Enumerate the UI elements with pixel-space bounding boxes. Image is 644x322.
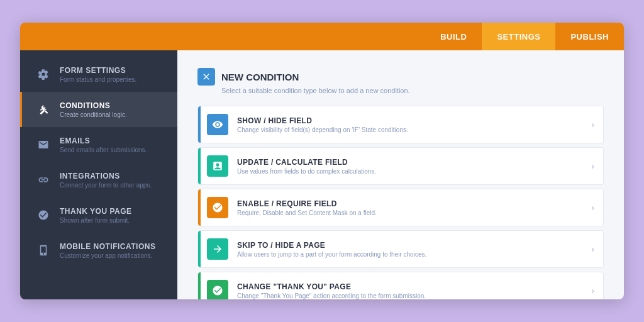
thank-you-card-title: CHANGE "THANK YOU" PAGE [237,282,586,291]
show-hide-card-text: SHOW / HIDE FIELD Change visibility of f… [237,116,586,133]
sidebar-item-emails-text: EMAILS Send emails after submissions. [60,136,147,153]
card-border-skip-hide [198,231,201,267]
card-border-show-hide [198,106,201,143]
sidebar-item-integrations-text: INTEGRATIONS Connect your form to other … [60,172,152,189]
sidebar-item-thank-you-title: THANK YOU PAGE [60,207,132,216]
tools-icon [35,101,52,118]
sidebar-item-form-settings-title: FORM SETTINGS [60,66,136,75]
update-calculate-arrow-icon: › [591,161,594,171]
tab-publish[interactable]: PUBLISH [555,23,624,50]
tab-build[interactable]: BUILD [425,23,482,50]
sidebar-item-thank-you-text: THANK YOU PAGE Shown after form submit. [60,207,132,224]
show-hide-card-title: SHOW / HIDE FIELD [237,116,586,125]
enable-require-card-desc: Require, Disable and Set Content Mask on… [237,209,586,216]
sidebar-item-conditions-title: CONDITIONS [60,101,127,110]
sidebar-item-conditions-subtitle: Create conditional logic. [60,111,127,118]
sidebar-item-form-settings[interactable]: FORM SETTINGS Form status and properties… [20,57,177,92]
condition-list: SHOW / HIDE FIELD Change visibility of f… [197,106,604,299]
sidebar-item-thank-you-subtitle: Shown after form submit. [60,217,132,224]
condition-card-update-calculate[interactable]: UPDATE / CALCULATE FIELD Use values from… [197,147,604,185]
new-condition-title-text: NEW CONDITION [221,72,299,82]
sidebar-item-mobile-text: MOBILE NOTIFICATIONS Customize your app … [60,242,155,259]
sidebar-item-form-settings-subtitle: Form status and properties. [60,76,136,83]
sidebar-item-mobile-title: MOBILE NOTIFICATIONS [60,242,155,251]
thank-you-arrow-icon: › [591,286,594,296]
show-hide-card-desc: Change visibility of field(s) depending … [237,126,586,133]
skip-hide-card-text: SKIP TO / HIDE A PAGE Allow users to jum… [237,241,586,258]
skip-hide-icon [207,238,228,260]
card-border-thank-you [198,272,201,299]
sidebar-item-thank-you-page[interactable]: THANK YOU PAGE Shown after form submit. [20,197,177,233]
condition-card-show-hide-field[interactable]: SHOW / HIDE FIELD Change visibility of f… [197,106,604,143]
enable-require-card-title: ENABLE / REQUIRE FIELD [237,199,586,208]
thank-you-page-icon [207,280,228,299]
show-hide-icon [207,114,228,135]
update-calculate-card-title: UPDATE / CALCULATE FIELD [237,158,586,167]
sidebar-item-integrations-title: INTEGRATIONS [60,172,152,180]
new-condition-subtitle: Select a suitable condition type below t… [221,87,604,94]
email-icon [35,136,52,153]
card-border-update-calculate [198,148,201,184]
skip-hide-card-title: SKIP TO / HIDE A PAGE [237,241,586,250]
gear-icon [35,65,52,83]
card-border-enable-require [198,189,201,226]
sidebar-item-form-settings-text: FORM SETTINGS Form status and properties… [60,66,136,83]
show-hide-arrow-icon: › [591,119,594,130]
main-content: NEW CONDITION Select a suitable conditio… [177,50,624,299]
condition-card-skip-hide-page[interactable]: SKIP TO / HIDE A PAGE Allow users to jum… [197,230,604,268]
sidebar-item-mobile-subtitle: Customize your app notifications. [60,252,155,259]
main-body: FORM SETTINGS Form status and properties… [20,50,624,299]
sidebar: FORM SETTINGS Form status and properties… [20,50,177,299]
update-calculate-icon [207,155,228,177]
sidebar-item-emails[interactable]: EMAILS Send emails after submissions. [20,127,177,162]
update-calculate-card-text: UPDATE / CALCULATE FIELD Use values from… [237,158,586,175]
new-condition-title-row: NEW CONDITION [197,68,604,86]
app-window: BUILD SETTINGS PUBLISH FORM SETTINGS For… [20,23,624,299]
top-nav: BUILD SETTINGS PUBLISH [20,23,624,50]
sidebar-item-emails-subtitle: Send emails after submissions. [60,147,147,153]
skip-hide-arrow-icon: › [591,244,594,254]
new-condition-header: NEW CONDITION Select a suitable conditio… [197,68,604,94]
sidebar-item-integrations-subtitle: Connect your form to other apps. [60,182,152,189]
enable-require-arrow-icon: › [591,203,594,213]
sidebar-item-mobile-notifications[interactable]: MOBILE NOTIFICATIONS Customize your app … [20,233,177,268]
sidebar-item-conditions[interactable]: CONDITIONS Create conditional logic. [20,92,177,127]
enable-require-card-text: ENABLE / REQUIRE FIELD Require, Disable … [237,199,586,216]
check-circle-icon [35,206,52,224]
sidebar-item-emails-title: EMAILS [60,136,147,145]
condition-card-enable-require[interactable]: ENABLE / REQUIRE FIELD Require, Disable … [197,189,604,226]
link-icon [35,171,52,189]
sidebar-item-integrations[interactable]: INTEGRATIONS Connect your form to other … [20,162,177,197]
condition-card-thank-you-page[interactable]: CHANGE "THANK YOU" PAGE Change "Thank Yo… [197,272,604,299]
enable-require-icon [207,197,228,218]
mobile-icon [35,242,52,259]
tab-settings[interactable]: SETTINGS [482,23,555,50]
skip-hide-card-desc: Allow users to jump to a part of your fo… [237,251,586,258]
thank-you-card-text: CHANGE "THANK YOU" PAGE Change "Thank Yo… [237,282,586,299]
sidebar-item-conditions-text: CONDITIONS Create conditional logic. [60,101,127,118]
update-calculate-card-desc: Use values from fields to do complex cal… [237,168,586,175]
new-condition-icon [197,68,215,86]
thank-you-card-desc: Change "Thank You Page" action according… [237,292,586,299]
